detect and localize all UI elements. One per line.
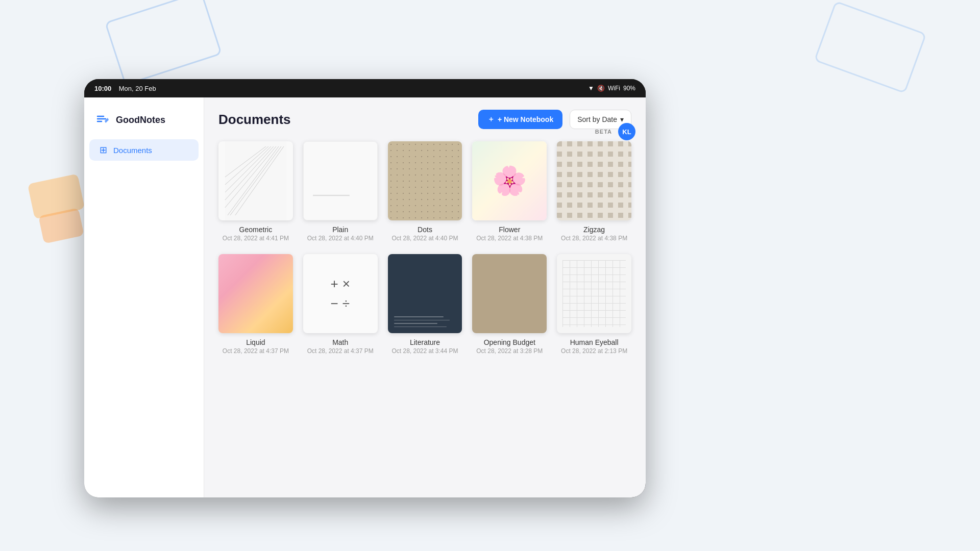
cover-literature — [388, 254, 462, 333]
tablet-frame: 10:00 Mon, 20 Feb ▼ 🔇 WiFi 90% — [84, 79, 646, 497]
times-symbol: × — [342, 276, 350, 292]
zigzag-pattern — [557, 141, 631, 220]
sidebar-item-documents[interactable]: ⊞ Documents — [89, 139, 199, 161]
doc-name: Zigzag — [583, 226, 605, 234]
doc-name: Opening Budget — [484, 338, 535, 346]
literature-inner — [388, 254, 462, 333]
document-item-liquid[interactable]: Liquid Oct 28, 2022 at 4:37 PM — [218, 254, 293, 355]
doc-name: Literature — [410, 338, 440, 346]
new-notebook-label: + New Notebook — [498, 115, 553, 123]
document-item-zigzag[interactable]: Zigzag Oct 28, 2022 at 4:38 PM — [557, 141, 631, 242]
page-title: Documents — [218, 112, 291, 128]
document-item-literature[interactable]: Literature Oct 28, 2022 at 3:44 PM — [388, 254, 462, 355]
document-item-flower[interactable]: 🌸 Flower Oct 28, 2022 at 4:38 PM — [472, 141, 547, 242]
doc-date: Oct 28, 2022 at 4:40 PM — [307, 235, 374, 242]
mute-icon: 🔇 — [597, 85, 605, 92]
documents-grid: Geometric Oct 28, 2022 at 4:41 PM Plain — [218, 141, 631, 355]
cover-flower: 🌸 — [472, 141, 547, 220]
bg-decoration-4 — [38, 208, 84, 243]
bg-decoration-2 — [814, 1, 926, 93]
doc-date: Oct 28, 2022 at 2:13 PM — [561, 347, 627, 355]
lit-lines — [394, 316, 456, 327]
documents-icon: ⊞ — [100, 144, 107, 156]
doc-date: Oct 28, 2022 at 4:40 PM — [391, 235, 458, 242]
math-symbols: + × − ÷ — [331, 276, 350, 312]
bg-decoration-3 — [28, 173, 85, 219]
status-icons: ▼ 🔇 WiFi 90% — [588, 85, 635, 92]
document-item-math[interactable]: + × − ÷ Math Oct 28, 2022 at 4:37 PM — [303, 254, 378, 355]
status-bar: 10:00 Mon, 20 Feb ▼ 🔇 WiFi 90% — [84, 79, 646, 97]
main-content: Documents ＋ + New Notebook Sort by Date … — [204, 97, 646, 367]
svg-rect-12 — [304, 141, 377, 220]
flower-pattern: 🌸 — [472, 141, 547, 220]
doc-name: Liquid — [246, 338, 265, 346]
doc-date: Oct 28, 2022 at 4:37 PM — [307, 347, 374, 355]
document-item-dots[interactable]: Dots Oct 28, 2022 at 4:40 PM — [388, 141, 462, 242]
wifi-icon: WiFi — [608, 85, 620, 92]
app-container: GoodNotes ⊞ Documents BETA KL Documents — [84, 97, 646, 497]
document-item-geometric[interactable]: Geometric Oct 28, 2022 at 4:41 PM — [218, 141, 293, 242]
dots-pattern — [388, 141, 462, 220]
cover-geometric — [218, 141, 293, 220]
doc-date: Oct 28, 2022 at 3:28 PM — [476, 347, 543, 355]
cover-zigzag — [557, 141, 631, 220]
plus-icon: ＋ — [487, 115, 495, 124]
doc-date: Oct 28, 2022 at 4:41 PM — [223, 235, 289, 242]
logo-text: GoodNotes — [116, 115, 165, 126]
bg-decoration-1 — [105, 0, 222, 86]
svg-rect-13 — [313, 194, 350, 195]
logo-area: GoodNotes — [84, 108, 204, 138]
document-item-budget[interactable]: Opening Budget Oct 28, 2022 at 3:28 PM — [472, 254, 547, 355]
cover-math: + × − ÷ — [303, 254, 378, 333]
status-time-date: 10:00 Mon, 20 Feb — [94, 85, 156, 92]
status-date: Mon, 20 Feb — [119, 85, 156, 92]
eyeball-grid — [562, 260, 626, 328]
documents-header: Documents ＋ + New Notebook Sort by Date … — [218, 110, 631, 129]
new-notebook-button[interactable]: ＋ + New Notebook — [478, 110, 562, 129]
document-item-eyeball[interactable]: Human Eyeball Oct 28, 2022 at 2:13 PM — [557, 254, 631, 355]
document-item-plain[interactable]: Plain Oct 28, 2022 at 4:40 PM — [303, 141, 378, 242]
sidebar: GoodNotes ⊞ Documents — [84, 97, 204, 497]
doc-name: Flower — [499, 226, 520, 234]
beta-badge: BETA — [595, 129, 612, 135]
cover-budget — [472, 254, 547, 333]
cover-eyeball — [557, 254, 631, 333]
cover-plain — [303, 141, 378, 220]
avatar[interactable]: KL — [618, 123, 635, 140]
divide-symbol: ÷ — [342, 296, 350, 312]
cover-liquid — [218, 254, 293, 333]
minus-symbol: − — [331, 296, 338, 312]
doc-name: Human Eyeball — [570, 338, 619, 346]
doc-name: Geometric — [239, 226, 273, 234]
doc-date: Oct 28, 2022 at 4:38 PM — [476, 235, 543, 242]
logo-icon — [94, 112, 111, 128]
cover-dots — [388, 141, 462, 220]
sidebar-item-label: Documents — [113, 146, 152, 155]
signal-icon: ▼ — [588, 85, 594, 92]
battery-indicator: 90% — [623, 85, 635, 92]
main-wrapper: BETA KL Documents ＋ + New Notebook Sort … — [204, 97, 646, 497]
top-right-area: BETA KL — [585, 116, 646, 147]
doc-date: Oct 28, 2022 at 3:44 PM — [391, 347, 458, 355]
doc-name: Dots — [418, 226, 432, 234]
doc-date: Oct 28, 2022 at 4:37 PM — [223, 347, 289, 355]
doc-name: Plain — [332, 226, 348, 234]
doc-name: Math — [332, 338, 348, 346]
plus-symbol: + — [331, 276, 338, 292]
doc-date: Oct 28, 2022 at 4:38 PM — [561, 235, 627, 242]
status-time: 10:00 — [94, 85, 111, 92]
